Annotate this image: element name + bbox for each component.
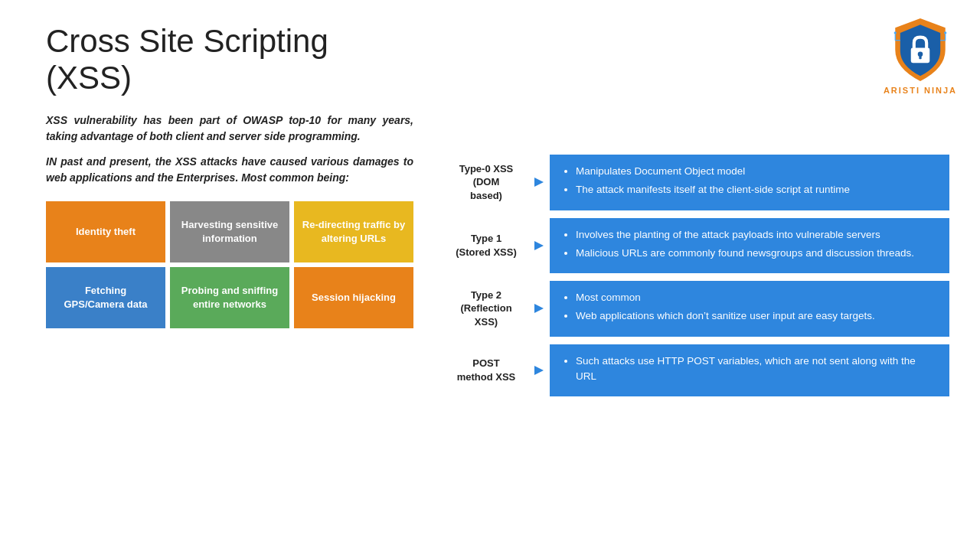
page-title: Cross Site Scripting (XSS) [46, 23, 413, 97]
arrow-icon-0 [528, 155, 550, 210]
xss-row-0: Type-0 XSS (DOM based) Manipulates Docum… [444, 155, 949, 210]
svg-point-8 [944, 31, 946, 34]
badge-harvesting: Harvesting sensitive information [170, 201, 289, 262]
svg-point-6 [894, 31, 897, 34]
brand-name: ARISTI NINJA [884, 86, 957, 95]
xss-label-1: Type 1 (Stored XSS) [444, 218, 528, 274]
svg-marker-9 [534, 178, 544, 187]
svg-marker-10 [534, 241, 544, 250]
right-column: Type-0 XSS (DOM based) Manipulates Docum… [444, 23, 949, 528]
xss-label-0: Type-0 XSS (DOM based) [444, 155, 528, 210]
arrow-icon-3 [528, 344, 550, 397]
svg-rect-2 [919, 55, 921, 60]
logo-icon [886, 15, 955, 84]
badge-redirecting: Re-directing traffic by altering URLs [294, 201, 413, 262]
badge-gps: Fetching GPS/Camera data [46, 267, 165, 328]
xss-content-0: Manipulates Document Object model The at… [550, 155, 949, 210]
left-column: Cross Site Scripting (XSS) XSS vulnerabi… [46, 23, 413, 528]
badge-identity-theft: Identity theft [46, 201, 165, 262]
description-block: XSS vulnerability has been part of OWASP… [46, 112, 413, 186]
xss-label-2: Type 2 (Reflection XSS) [444, 281, 528, 337]
desc-text-2: IN past and present, the XSS attacks hav… [46, 154, 413, 186]
badge-hijacking: Session hijacking [294, 267, 413, 328]
xss-content-1: Involves the planting of the attack payl… [550, 218, 949, 274]
svg-marker-11 [534, 304, 544, 313]
main-container: Cross Site Scripting (XSS) XSS vulnerabi… [0, 0, 980, 551]
xss-content-3: Such attacks use HTTP POST variables, wh… [550, 344, 949, 397]
xss-content-2: Most common Web applications which don’t… [550, 281, 949, 337]
badge-probing: Probing and sniffing entire networks [170, 267, 289, 328]
badges-grid: Identity theft Harvesting sensitive info… [46, 201, 413, 328]
arrow-icon-1 [528, 218, 550, 274]
arrow-icon-2 [528, 281, 550, 337]
xss-row-2: Type 2 (Reflection XSS) Most common Web … [444, 281, 949, 337]
logo-area: ARISTI NINJA [884, 15, 957, 95]
xss-row-1: Type 1 (Stored XSS) Involves the plantin… [444, 218, 949, 274]
svg-marker-12 [534, 366, 544, 375]
xss-row-3: POST method XSS Such attacks use HTTP PO… [444, 344, 949, 397]
xss-label-3: POST method XSS [444, 344, 528, 397]
desc-text-1: XSS vulnerability has been part of OWASP… [46, 112, 413, 145]
